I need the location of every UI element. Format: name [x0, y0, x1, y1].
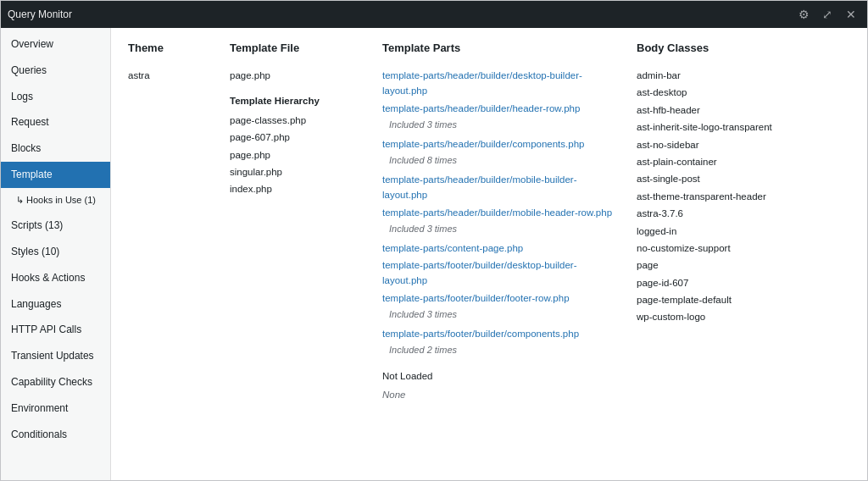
none-label: None — [382, 387, 620, 402]
template-part-note: Included 8 times — [382, 153, 620, 169]
template-hierarchy-items: page-classes.phppage-607.phppage.phpsing… — [230, 113, 365, 197]
template-part-path: template-parts/content-page.php — [382, 240, 620, 256]
sidebar-item-languages[interactable]: Languages — [1, 291, 110, 318]
window-title: Query Monitor — [8, 8, 72, 20]
template-part-path: template-parts/header/builder/mobile-bui… — [382, 172, 620, 203]
hierarchy-item: index.php — [230, 181, 365, 196]
hierarchy-item: page-607.php — [230, 130, 365, 145]
template-part-path: template-parts/header/builder/desktop-bu… — [382, 68, 620, 99]
template-part-path: template-parts/footer/builder/components… — [382, 326, 620, 341]
body-class-item: ast-plain-container — [637, 154, 789, 169]
content-area: Theme astra Template File page.php Templ… — [111, 28, 867, 480]
body-class-item: page — [637, 257, 789, 273]
close-button[interactable]: ✕ — [842, 5, 860, 24]
body-class-item: logged-in — [637, 224, 789, 239]
template-part-note: Included 3 times — [382, 222, 620, 237]
template-hierarchy-label: Template Hierarchy — [230, 93, 365, 108]
body-class-item: ast-no-sidebar — [637, 137, 789, 152]
hierarchy-item: singular.php — [230, 164, 365, 180]
body-class-item: page-template-default — [637, 292, 789, 307]
template-file-header: Template File — [230, 41, 365, 58]
sidebar-item-hooks-actions[interactable]: Hooks & Actions — [1, 265, 110, 291]
template-parts-content: template-parts/header/builder/desktop-bu… — [382, 68, 620, 402]
theme-value: astra — [128, 68, 213, 83]
query-monitor-window: Query Monitor ⚙ ⤢ ✕ OverviewQueriesLogsR… — [0, 0, 868, 481]
body-class-item: admin-bar — [637, 68, 789, 83]
sidebar: OverviewQueriesLogsRequestBlocksTemplate… — [1, 28, 111, 480]
sidebar-item-conditionals[interactable]: Conditionals — [1, 422, 110, 448]
template-part-note: Included 3 times — [382, 118, 620, 133]
body-class-item: page-id-607 — [637, 275, 789, 290]
template-part-path: template-parts/footer/builder/footer-row… — [382, 290, 620, 306]
not-loaded-label: Not Loaded — [382, 368, 620, 384]
settings-button[interactable]: ⚙ — [794, 5, 813, 24]
theme-column-header: Theme — [128, 41, 213, 58]
template-file-value: page.php — [230, 68, 365, 83]
theme-column-content: astra — [128, 68, 213, 83]
sidebar-item-hooks-in-use[interactable]: ↳ Hooks in Use (1) — [1, 188, 110, 213]
titlebar-actions: ⚙ ⤢ ✕ — [794, 5, 860, 24]
sidebar-item-capability-checks[interactable]: Capability Checks — [1, 369, 110, 395]
sidebar-item-queries[interactable]: Queries — [1, 58, 110, 84]
body-class-item: no-customize-support — [637, 240, 789, 256]
template-part-path: template-parts/header/builder/components… — [382, 136, 620, 152]
body-class-item: wp-custom-logo — [637, 309, 789, 324]
body-classes-column: Body Classes admin-barast-desktopast-hfb… — [637, 41, 806, 402]
template-file-content: page.php Template Hierarchy page-classes… — [230, 68, 365, 197]
sidebar-item-styles[interactable]: Styles (10) — [1, 239, 110, 265]
template-part-path: template-parts/header/builder/header-row… — [382, 101, 620, 116]
sidebar-item-environment[interactable]: Environment — [1, 395, 110, 422]
sidebar-item-overview[interactable]: Overview — [1, 31, 110, 58]
template-part-note: Included 2 times — [382, 343, 620, 358]
template-file-column: Template File page.php Template Hierarch… — [230, 41, 382, 402]
body-classes-content: admin-barast-desktopast-hfb-headerast-in… — [637, 68, 789, 325]
hierarchy-item: page-classes.php — [230, 113, 365, 128]
titlebar: Query Monitor ⚙ ⤢ ✕ — [1, 1, 867, 28]
body-class-item: ast-desktop — [637, 85, 789, 100]
body-class-item: ast-hfb-header — [637, 102, 789, 118]
sidebar-item-request[interactable]: Request — [1, 109, 110, 135]
sidebar-item-transient-updates[interactable]: Transient Updates — [1, 343, 110, 369]
sidebar-item-http-api-calls[interactable]: HTTP API Calls — [1, 317, 110, 343]
template-parts-header: Template Parts — [382, 41, 620, 58]
sidebar-item-blocks[interactable]: Blocks — [1, 135, 110, 162]
body-class-item: ast-single-post — [637, 171, 789, 186]
hierarchy-item: page.php — [230, 147, 365, 163]
body-class-item: astra-3.7.6 — [637, 206, 789, 221]
body-class-item: ast-theme-transparent-header — [637, 189, 789, 204]
template-part-note: Included 3 times — [382, 307, 620, 323]
template-parts-column: Template Parts template-parts/header/bui… — [382, 41, 637, 402]
sidebar-item-scripts[interactable]: Scripts (13) — [1, 213, 110, 239]
theme-column: Theme astra — [128, 41, 230, 402]
content-grid: Theme astra Template File page.php Templ… — [128, 41, 850, 402]
template-part-path: template-parts/header/builder/mobile-hea… — [382, 205, 620, 220]
sidebar-item-template[interactable]: Template — [1, 162, 110, 188]
sidebar-item-logs[interactable]: Logs — [1, 84, 110, 110]
main-layout: OverviewQueriesLogsRequestBlocksTemplate… — [1, 28, 867, 480]
body-classes-header: Body Classes — [637, 41, 789, 58]
expand-button[interactable]: ⤢ — [818, 5, 837, 24]
template-part-path: template-parts/footer/builder/desktop-bu… — [382, 257, 620, 289]
body-class-item: ast-inherit-site-logo-transparent — [637, 119, 789, 135]
